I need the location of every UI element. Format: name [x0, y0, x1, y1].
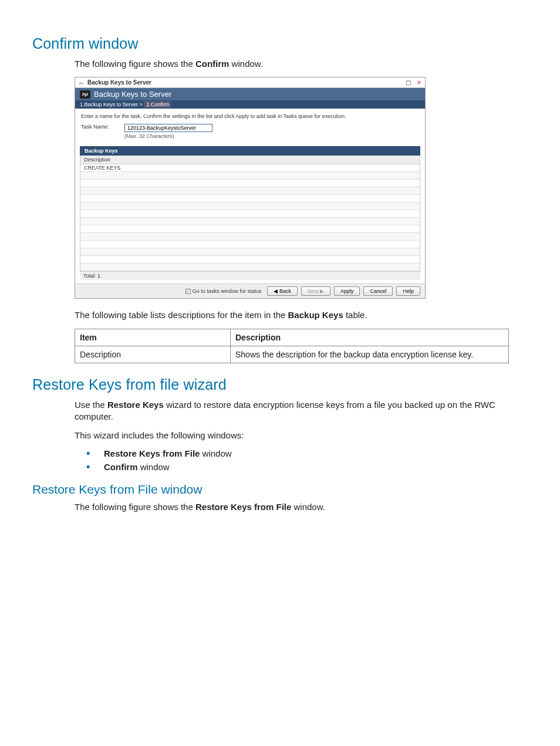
table-row: [80, 264, 420, 271]
wizard-header: hp Backup Keys to Server: [75, 88, 425, 100]
back-button[interactable]: ◀ Back: [267, 286, 298, 296]
goto-tasks-checkbox[interactable]: ✓ Go to tasks window for status: [185, 288, 262, 294]
apply-button[interactable]: Apply: [334, 286, 360, 296]
table-intro: The following table lists descriptions f…: [75, 309, 528, 321]
intro-pre: The following figure shows the: [75, 59, 195, 69]
list-item: Restore Keys from File window: [86, 448, 528, 458]
task-name-input[interactable]: [124, 124, 212, 132]
wizard-body: Enter a name for the task. Confirm the s…: [75, 109, 425, 146]
table-row: [80, 210, 420, 218]
s3-bold: Restore Keys from File: [195, 502, 291, 512]
table-row: [80, 218, 420, 225]
li1-bold: Restore Keys from File: [104, 448, 200, 458]
goto-tasks-label: Go to tasks window for status: [193, 288, 262, 294]
heading-confirm-window: Confirm window: [32, 35, 528, 52]
restore-intro-2: This wizard includes the following windo…: [75, 430, 528, 441]
restore-intro-1: Use the Restore Keys wizard to restore d…: [75, 399, 528, 423]
restore-file-intro: The following figure shows the Restore K…: [75, 501, 528, 513]
heading-restore-keys-file-window: Restore Keys from File window: [32, 482, 528, 497]
close-icon[interactable]: ✕: [417, 79, 421, 86]
table-total: Total: 1: [80, 272, 420, 280]
table-rows: CREATE KEYS: [80, 164, 420, 271]
wizard-footer: ✓ Go to tasks window for status ◀ Back N…: [75, 283, 425, 298]
tab-backup-keys[interactable]: Backup Keys: [80, 146, 420, 156]
col-description: Description: [80, 156, 420, 164]
li2-bold: Confirm: [104, 462, 138, 472]
checkbox-icon: ✓: [185, 289, 191, 294]
hp-logo-icon: hp: [80, 90, 90, 99]
window-titlebar: ︽ Backup Keys to Server ▢ ✕: [75, 77, 425, 88]
backup-keys-table: Description CREATE KEYS: [80, 156, 420, 272]
table-row: [80, 233, 420, 241]
intro-bold: Confirm: [195, 59, 230, 69]
li1-post: window: [200, 448, 231, 458]
window-title: Backup Keys to Server: [87, 79, 400, 86]
table-row: [80, 187, 420, 195]
help-button[interactable]: Help: [396, 286, 420, 296]
table-row: [80, 256, 420, 264]
maximize-icon[interactable]: ▢: [406, 79, 411, 86]
td-item: Description: [75, 346, 231, 363]
table-row: [80, 202, 420, 210]
table-row: CREATE KEYS: [80, 164, 420, 172]
window-list: Restore Keys from File window Confirm wi…: [86, 448, 528, 472]
table-row: [80, 180, 420, 187]
table-row: [80, 225, 420, 233]
next-button: Next ▶: [301, 286, 330, 296]
table-intro-post: table.: [343, 310, 367, 320]
crumb-step1: 1.Backup Keys to Server >: [80, 102, 143, 107]
wizard-header-title: Backup Keys to Server: [94, 90, 171, 99]
p1-pre: Use the: [75, 400, 107, 410]
wizard-instruction: Enter a name for the task. Confirm the s…: [81, 113, 419, 119]
screenshot-confirm-window: ︽ Backup Keys to Server ▢ ✕ hp Backup Ke…: [75, 77, 426, 299]
wizard-breadcrumb: 1.Backup Keys to Server > 2.Confirm: [75, 100, 425, 109]
list-item: Confirm window: [86, 462, 528, 472]
description-table: Item Description Description Shows the d…: [75, 329, 509, 363]
table-intro-bold: Backup Keys: [288, 310, 343, 320]
task-name-hint: (Max. 32 Characters): [124, 133, 212, 139]
heading-restore-keys-wizard: Restore Keys from file wizard: [32, 376, 528, 393]
intro-confirm: The following figure shows the Confirm w…: [75, 58, 528, 70]
intro-post: window.: [229, 59, 263, 69]
td-description: Shows the description for the backup dat…: [231, 346, 509, 363]
crumb-step2: 2.Confirm: [144, 101, 171, 108]
task-name-label: Task Name:: [81, 124, 116, 130]
collapse-icon[interactable]: ︽: [79, 79, 84, 86]
table-row: [80, 172, 420, 180]
s3-pre: The following figure shows the: [75, 502, 195, 512]
table-intro-pre: The following table lists descriptions f…: [75, 310, 288, 320]
li2-post: window: [138, 462, 170, 472]
p1-bold: Restore Keys: [107, 400, 164, 410]
th-item: Item: [75, 329, 231, 346]
s3-post: window.: [291, 502, 325, 512]
table-row: [80, 195, 420, 202]
task-name-row: Task Name: (Max. 32 Characters): [81, 124, 419, 139]
cancel-button[interactable]: Cancel: [363, 286, 393, 296]
table-row: [80, 241, 420, 248]
th-description: Description: [231, 329, 509, 346]
table-row: [80, 248, 420, 256]
